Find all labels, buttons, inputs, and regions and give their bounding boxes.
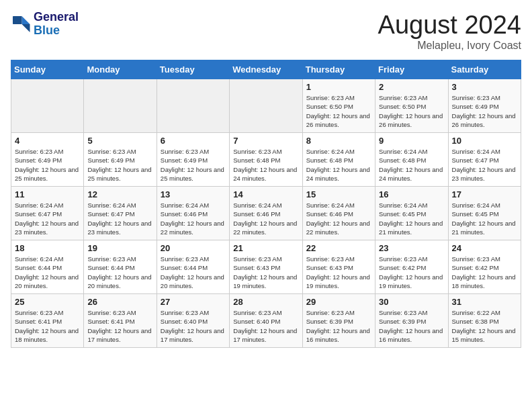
calendar-cell: 9Sunrise: 6:24 AMSunset: 6:48 PMDaylight…: [375, 133, 448, 187]
weekday-header-wednesday: Wednesday: [230, 60, 302, 79]
day-info: Sunrise: 6:23 AMSunset: 6:49 PMDaylight:…: [452, 93, 517, 129]
day-info: Sunrise: 6:24 AMSunset: 6:47 PMDaylight:…: [87, 201, 152, 236]
day-info: Sunrise: 6:23 AMSunset: 6:42 PMDaylight:…: [379, 255, 444, 290]
day-number: 6: [161, 136, 226, 146]
logo-line1: General: [34, 11, 79, 24]
calendar-cell: 24Sunrise: 6:23 AMSunset: 6:42 PMDayligh…: [448, 240, 521, 294]
day-info: Sunrise: 6:23 AMSunset: 6:43 PMDaylight:…: [233, 255, 298, 290]
calendar-cell: 18Sunrise: 6:24 AMSunset: 6:44 PMDayligh…: [11, 240, 84, 294]
day-info: Sunrise: 6:23 AMSunset: 6:42 PMDaylight:…: [452, 255, 517, 290]
calendar-cell: 15Sunrise: 6:24 AMSunset: 6:46 PMDayligh…: [302, 187, 375, 240]
day-number: 28: [233, 297, 298, 307]
calendar-cell: 27Sunrise: 6:23 AMSunset: 6:40 PMDayligh…: [157, 294, 229, 348]
day-number: 19: [87, 243, 152, 253]
calendar-cell: 28Sunrise: 6:23 AMSunset: 6:40 PMDayligh…: [230, 294, 302, 348]
day-info: Sunrise: 6:23 AMSunset: 6:49 PMDaylight:…: [87, 147, 152, 183]
day-number: 3: [452, 82, 517, 92]
calendar-cell: 21Sunrise: 6:23 AMSunset: 6:43 PMDayligh…: [230, 240, 302, 294]
day-info: Sunrise: 6:24 AMSunset: 6:48 PMDaylight:…: [379, 147, 444, 183]
day-info: Sunrise: 6:24 AMSunset: 6:47 PMDaylight:…: [15, 201, 80, 236]
calendar-cell: 13Sunrise: 6:24 AMSunset: 6:46 PMDayligh…: [157, 187, 229, 240]
day-info: Sunrise: 6:24 AMSunset: 6:45 PMDaylight:…: [379, 201, 444, 236]
calendar-cell: 12Sunrise: 6:24 AMSunset: 6:47 PMDayligh…: [84, 187, 157, 240]
logo-icon: [11, 14, 31, 34]
week-row-1: 1Sunrise: 6:23 AMSunset: 6:50 PMDaylight…: [11, 79, 521, 133]
weekday-header-saturday: Saturday: [448, 60, 521, 79]
weekday-header-tuesday: Tuesday: [157, 60, 229, 79]
day-info: Sunrise: 6:22 AMSunset: 6:38 PMDaylight:…: [452, 308, 517, 344]
page-header: General Blue August 2024 Melapleu, Ivory…: [11, 11, 521, 52]
calendar-cell: 20Sunrise: 6:23 AMSunset: 6:44 PMDayligh…: [157, 240, 229, 294]
day-number: 27: [161, 297, 226, 307]
calendar-cell: 26Sunrise: 6:23 AMSunset: 6:41 PMDayligh…: [84, 294, 157, 348]
day-number: 22: [306, 243, 371, 253]
calendar-cell: [230, 79, 302, 133]
calendar-cell: 22Sunrise: 6:23 AMSunset: 6:43 PMDayligh…: [302, 240, 375, 294]
weekday-header-friday: Friday: [375, 60, 448, 79]
day-info: Sunrise: 6:24 AMSunset: 6:45 PMDaylight:…: [452, 201, 517, 236]
day-info: Sunrise: 6:23 AMSunset: 6:50 PMDaylight:…: [306, 93, 371, 129]
day-number: 16: [379, 189, 444, 199]
day-number: 17: [452, 189, 517, 199]
day-info: Sunrise: 6:23 AMSunset: 6:48 PMDaylight:…: [233, 147, 298, 183]
calendar-cell: 11Sunrise: 6:24 AMSunset: 6:47 PMDayligh…: [11, 187, 84, 240]
day-number: 12: [87, 189, 152, 199]
day-info: Sunrise: 6:23 AMSunset: 6:41 PMDaylight:…: [87, 308, 152, 344]
calendar-cell: 31Sunrise: 6:22 AMSunset: 6:38 PMDayligh…: [448, 294, 521, 348]
day-number: 14: [233, 189, 298, 199]
day-number: 29: [306, 297, 371, 307]
calendar-header-row: SundayMondayTuesdayWednesdayThursdayFrid…: [11, 60, 521, 79]
calendar-cell: 17Sunrise: 6:24 AMSunset: 6:45 PMDayligh…: [448, 187, 521, 240]
day-number: 5: [87, 136, 152, 146]
day-number: 10: [452, 136, 517, 146]
day-info: Sunrise: 6:23 AMSunset: 6:39 PMDaylight:…: [306, 308, 371, 344]
weekday-header-monday: Monday: [84, 60, 157, 79]
day-number: 21: [233, 243, 298, 253]
day-info: Sunrise: 6:24 AMSunset: 6:44 PMDaylight:…: [15, 255, 80, 290]
day-info: Sunrise: 6:23 AMSunset: 6:40 PMDaylight:…: [161, 308, 226, 344]
day-info: Sunrise: 6:24 AMSunset: 6:46 PMDaylight:…: [306, 201, 371, 236]
calendar-cell: 7Sunrise: 6:23 AMSunset: 6:48 PMDaylight…: [230, 133, 302, 187]
calendar-cell: 2Sunrise: 6:23 AMSunset: 6:50 PMDaylight…: [375, 79, 448, 133]
calendar-cell: 30Sunrise: 6:23 AMSunset: 6:39 PMDayligh…: [375, 294, 448, 348]
day-number: 2: [379, 82, 444, 92]
day-info: Sunrise: 6:23 AMSunset: 6:50 PMDaylight:…: [379, 93, 444, 129]
weekday-header-sunday: Sunday: [11, 60, 84, 79]
day-number: 23: [379, 243, 444, 253]
calendar-table: SundayMondayTuesdayWednesdayThursdayFrid…: [11, 60, 521, 348]
day-number: 7: [233, 136, 298, 146]
calendar-cell: 19Sunrise: 6:23 AMSunset: 6:44 PMDayligh…: [84, 240, 157, 294]
main-title: August 2024: [378, 11, 521, 40]
day-info: Sunrise: 6:23 AMSunset: 6:49 PMDaylight:…: [161, 147, 226, 183]
day-number: 13: [161, 189, 226, 199]
day-number: 11: [15, 189, 80, 199]
calendar-cell: 1Sunrise: 6:23 AMSunset: 6:50 PMDaylight…: [302, 79, 375, 133]
calendar-cell: 23Sunrise: 6:23 AMSunset: 6:42 PMDayligh…: [375, 240, 448, 294]
week-row-3: 11Sunrise: 6:24 AMSunset: 6:47 PMDayligh…: [11, 187, 521, 240]
calendar-cell: 3Sunrise: 6:23 AMSunset: 6:49 PMDaylight…: [448, 79, 521, 133]
day-number: 15: [306, 189, 371, 199]
title-block: August 2024 Melapleu, Ivory Coast: [378, 11, 521, 52]
day-info: Sunrise: 6:24 AMSunset: 6:46 PMDaylight:…: [161, 201, 226, 236]
calendar-cell: 4Sunrise: 6:23 AMSunset: 6:49 PMDaylight…: [11, 133, 84, 187]
day-info: Sunrise: 6:23 AMSunset: 6:43 PMDaylight:…: [306, 255, 371, 290]
calendar-cell: 8Sunrise: 6:24 AMSunset: 6:48 PMDaylight…: [302, 133, 375, 187]
day-info: Sunrise: 6:23 AMSunset: 6:49 PMDaylight:…: [15, 147, 80, 183]
day-info: Sunrise: 6:23 AMSunset: 6:44 PMDaylight:…: [161, 255, 226, 290]
day-info: Sunrise: 6:24 AMSunset: 6:46 PMDaylight:…: [233, 201, 298, 236]
calendar-cell: [11, 79, 84, 133]
logo: General Blue: [11, 11, 79, 38]
day-info: Sunrise: 6:24 AMSunset: 6:47 PMDaylight:…: [452, 147, 517, 183]
week-row-4: 18Sunrise: 6:24 AMSunset: 6:44 PMDayligh…: [11, 240, 521, 294]
subtitle: Melapleu, Ivory Coast: [378, 40, 521, 52]
svg-rect-2: [13, 16, 22, 24]
logo-line2: Blue: [34, 24, 79, 38]
calendar-cell: 25Sunrise: 6:23 AMSunset: 6:41 PMDayligh…: [11, 294, 84, 348]
day-info: Sunrise: 6:23 AMSunset: 6:39 PMDaylight:…: [379, 308, 444, 344]
day-info: Sunrise: 6:23 AMSunset: 6:40 PMDaylight:…: [233, 308, 298, 344]
day-info: Sunrise: 6:23 AMSunset: 6:41 PMDaylight:…: [15, 308, 80, 344]
day-number: 20: [161, 243, 226, 253]
weekday-header-thursday: Thursday: [302, 60, 375, 79]
calendar-cell: [157, 79, 229, 133]
day-number: 31: [452, 297, 517, 307]
